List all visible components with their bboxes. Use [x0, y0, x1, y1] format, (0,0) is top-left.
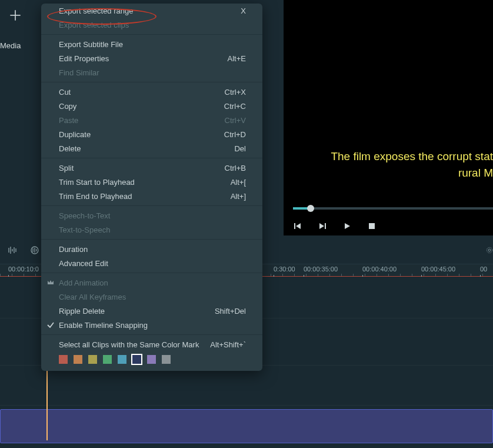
prev-frame-button[interactable]: [293, 221, 302, 231]
timeline-settings-icon[interactable]: [486, 245, 493, 255]
menu-item-label: Cut: [59, 88, 225, 97]
next-frame-button[interactable]: [318, 221, 327, 231]
menu-item-enable-timeline-snapping[interactable]: Enable Timeline Snapping: [41, 318, 262, 332]
ruler-tick: 0:30:00: [274, 266, 295, 273]
preview-progress-bar[interactable]: [293, 207, 493, 210]
menu-item-label: Duplicate: [59, 130, 224, 139]
color-swatch-gray[interactable]: [162, 355, 171, 364]
menu-separator: [41, 273, 262, 273]
stop-button[interactable]: [367, 221, 377, 231]
menu-separator: [41, 158, 262, 158]
svg-rect-4: [294, 223, 295, 229]
timeline-toolbar: [7, 245, 40, 255]
waveform-icon[interactable]: [7, 245, 18, 255]
menu-item-label: Trim End to Playhead: [59, 192, 231, 201]
menu-item-clear-all-keyframes: Clear All Keyframes: [41, 290, 262, 304]
check-icon: [46, 320, 55, 330]
menu-item-edit-properties[interactable]: Edit PropertiesAlt+E: [41, 51, 262, 65]
menu-item-export-subtitle-file[interactable]: Export Subtitle File: [41, 37, 262, 51]
menu-item-label: Export selected clips: [59, 21, 246, 29]
ruler-tick: 00:00:10:0: [8, 266, 39, 273]
menu-item-cut[interactable]: CutCtrl+X: [41, 85, 262, 99]
menu-item-shortcut: Alt+]: [231, 192, 246, 201]
color-swatch-blue[interactable]: [132, 355, 141, 364]
menu-item-label: Select all Clips with the Same Color Mar…: [59, 340, 210, 349]
menu-item-label: Edit Properties: [59, 54, 228, 63]
menu-item-select-all-clips-with-the-same-color-mark[interactable]: Select all Clips with the Same Color Mar…: [41, 337, 262, 351]
menu-item-label: Text-to-Speech: [59, 225, 246, 234]
menu-item-label: Clear All Keyframes: [59, 293, 246, 301]
menu-separator: [41, 205, 262, 206]
preview-subtitle: The film exposes the corrupt stat rural …: [284, 148, 493, 181]
menu-item-shortcut: Alt+Shift+`: [210, 340, 246, 349]
color-swatch-olive[interactable]: [88, 355, 97, 364]
svg-marker-6: [319, 223, 324, 229]
menu-separator: [41, 239, 262, 240]
menu-item-shortcut: X: [241, 6, 246, 15]
subtitle-line-2: rural M: [284, 165, 493, 181]
menu-item-copy[interactable]: CopyCtrl+C: [41, 99, 262, 113]
menu-item-duration[interactable]: Duration: [41, 242, 262, 256]
play-button[interactable]: [342, 221, 352, 231]
menu-item-text-to-speech: Text-to-Speech: [41, 223, 262, 237]
menu-item-delete[interactable]: DeleteDel: [41, 141, 262, 155]
color-swatch-orange[interactable]: [74, 355, 82, 364]
menu-item-label: Export selected range: [59, 6, 241, 15]
audio-adjust-icon[interactable]: [29, 245, 40, 255]
svg-rect-9: [369, 223, 375, 229]
color-swatch-green[interactable]: [103, 355, 112, 364]
menu-item-label: Advanced Edit: [59, 259, 246, 268]
svg-rect-7: [325, 223, 326, 229]
context-menu: Export selected rangeXExport selected cl…: [41, 4, 262, 371]
menu-item-shortcut: Del: [234, 144, 246, 153]
menu-item-label: Speech-to-Text: [59, 211, 246, 220]
menu-item-ripple-delete[interactable]: Ripple DeleteShift+Del: [41, 304, 262, 318]
menu-item-export-selected-range[interactable]: Export selected rangeX: [41, 4, 262, 18]
track-separator: [0, 405, 493, 406]
preview-panel: The film exposes the corrupt stat rural …: [284, 0, 493, 235]
menu-item-shortcut: Ctrl+B: [225, 164, 246, 172]
preview-progress-knob[interactable]: [307, 205, 314, 212]
color-swatch-teal[interactable]: [118, 355, 126, 364]
menu-item-label: Paste: [59, 116, 225, 125]
menu-item-label: Duration: [59, 245, 246, 254]
menu-separator: [41, 334, 262, 335]
menu-item-shortcut: Ctrl+C: [224, 102, 246, 111]
menu-item-shortcut: Ctrl+V: [225, 116, 246, 125]
color-swatch-purple[interactable]: [147, 355, 156, 364]
menu-item-shortcut: Ctrl+X: [225, 88, 246, 97]
ruler-tick: 00:00:45:00: [421, 266, 455, 273]
svg-point-20: [487, 247, 492, 253]
menu-item-shortcut: Alt+[: [231, 178, 246, 187]
transport-controls: [293, 221, 377, 231]
menu-item-label: Add Animation: [59, 278, 246, 287]
menu-item-trim-end-to-playhead[interactable]: Trim End to PlayheadAlt+]: [41, 189, 262, 203]
menu-item-label: Enable Timeline Snapping: [59, 321, 246, 330]
timeline-clip[interactable]: [0, 409, 493, 443]
menu-item-label: Split: [59, 164, 225, 172]
menu-item-find-similar: Find Similar: [41, 65, 262, 79]
media-tab-label[interactable]: Media: [0, 41, 21, 50]
menu-item-advanced-edit[interactable]: Advanced Edit: [41, 256, 262, 270]
menu-item-paste: PasteCtrl+V: [41, 113, 262, 127]
menu-item-label: Ripple Delete: [59, 307, 215, 316]
svg-marker-5: [296, 223, 301, 229]
svg-marker-8: [345, 223, 350, 229]
menu-item-split[interactable]: SplitCtrl+B: [41, 161, 262, 175]
subtitle-line-1: The film exposes the corrupt stat: [331, 150, 493, 162]
menu-item-label: Delete: [59, 144, 234, 153]
menu-separator: [41, 34, 262, 35]
color-mark-row: [41, 351, 262, 365]
menu-item-trim-start-to-playhead[interactable]: Trim Start to PlayheadAlt+[: [41, 175, 262, 189]
menu-item-export-selected-clips: Export selected clips: [41, 18, 262, 32]
menu-item-duplicate[interactable]: DuplicateCtrl+D: [41, 127, 262, 141]
menu-item-label: Export Subtitle File: [59, 40, 246, 49]
ruler-tick: 00:00:40:00: [362, 266, 397, 273]
menu-item-shortcut: Alt+E: [228, 54, 246, 63]
color-swatch-red[interactable]: [59, 355, 68, 364]
menu-item-add-animation: Add Animation: [41, 276, 262, 290]
menu-item-label: Find Similar: [59, 68, 246, 77]
add-media-button[interactable]: [5, 5, 26, 26]
menu-item-shortcut: Ctrl+D: [224, 130, 246, 139]
menu-separator: [41, 82, 262, 82]
